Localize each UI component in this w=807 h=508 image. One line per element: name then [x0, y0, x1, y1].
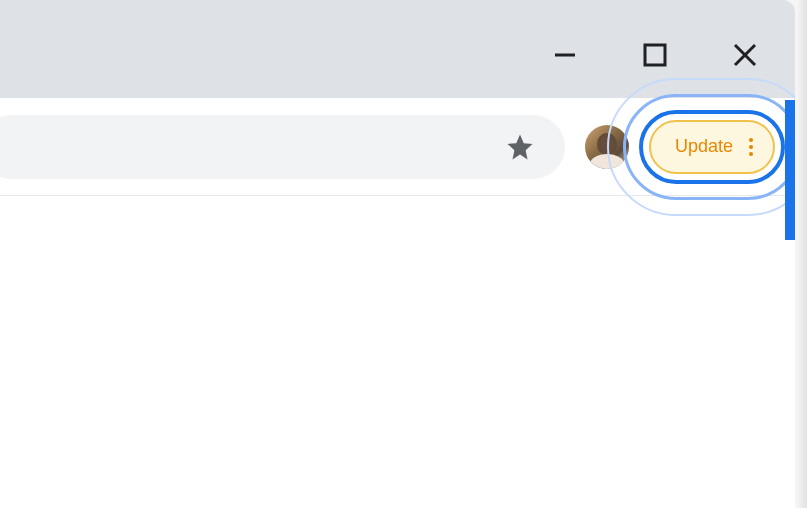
- maximize-button[interactable]: [635, 35, 675, 75]
- minimize-icon: [551, 41, 579, 69]
- toolbar: Update: [0, 98, 795, 196]
- maximize-icon: [641, 41, 669, 69]
- more-options-icon[interactable]: [749, 138, 753, 156]
- titlebar: [0, 0, 795, 98]
- minimize-button[interactable]: [545, 35, 585, 75]
- window-shadow: [797, 0, 807, 508]
- address-bar[interactable]: [0, 115, 565, 179]
- page-content: [0, 196, 795, 508]
- close-icon: [731, 41, 759, 69]
- svg-rect-1: [645, 45, 665, 65]
- bookmark-star-icon[interactable]: [505, 132, 535, 162]
- update-button[interactable]: Update: [649, 120, 775, 174]
- update-label: Update: [675, 136, 733, 157]
- profile-avatar[interactable]: [585, 125, 629, 169]
- scrollbar-thumb[interactable]: [785, 100, 795, 240]
- close-button[interactable]: [725, 35, 765, 75]
- browser-window: Update: [0, 0, 795, 508]
- update-highlight-wrap: Update: [649, 120, 775, 174]
